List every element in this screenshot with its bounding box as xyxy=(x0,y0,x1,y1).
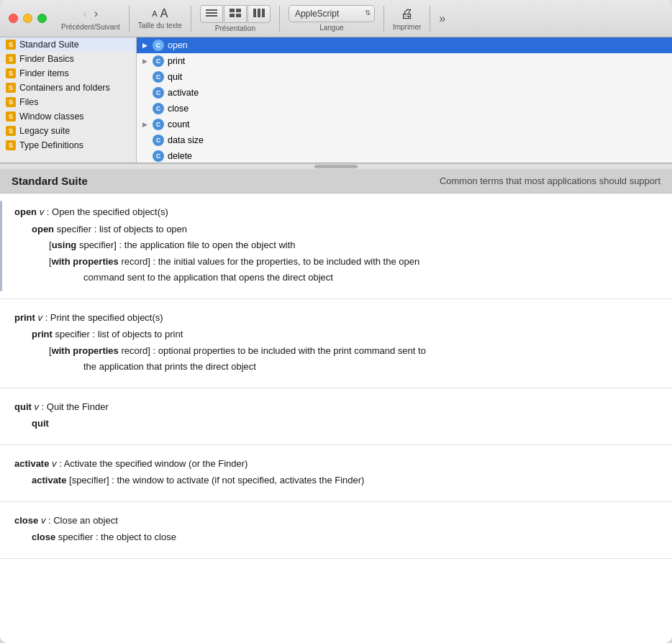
sidebar-item-type-definitions[interactable]: S Type Definitions xyxy=(0,138,136,152)
cmd-arrow-open: ▶ xyxy=(142,42,147,49)
top-pane: S Standard Suite S Finder Basics S Finde… xyxy=(0,37,672,163)
sidebar-label-finder-items: Finder items xyxy=(19,68,69,78)
top-section: S Standard Suite S Finder Basics S Finde… xyxy=(0,37,672,169)
print-group[interactable]: 🖨 Imprimer xyxy=(393,6,421,31)
sidebar: S Standard Suite S Finder Basics S Finde… xyxy=(0,37,137,163)
font-increase-button[interactable]: A xyxy=(160,7,168,20)
cmd-badge-delete: C xyxy=(153,150,164,162)
entry-open: open v : Open the specified object(s) op… xyxy=(0,193,672,299)
cmd-badge-print: C xyxy=(153,55,164,67)
maximize-button[interactable] xyxy=(37,14,47,23)
activate-headline: activate v : Activate the specified wind… xyxy=(14,457,658,471)
separator-2 xyxy=(191,6,191,32)
open-accent xyxy=(0,201,2,291)
font-decrease-button[interactable]: A xyxy=(152,9,157,18)
sidebar-badge-standard-suite: S xyxy=(6,40,16,50)
separator-1 xyxy=(129,6,130,32)
cmd-badge-open: C xyxy=(153,40,164,51)
sidebar-badge-files: S xyxy=(6,97,16,107)
cmd-arrow-print: ▶ xyxy=(142,58,147,65)
list-view-icon xyxy=(206,9,217,17)
scrollbar-thumb xyxy=(314,165,358,168)
pres-grid-button[interactable] xyxy=(224,5,247,23)
pres-list-button[interactable] xyxy=(200,5,223,23)
print-line-2: [with properties record] : optional prop… xyxy=(49,344,658,358)
svg-rect-8 xyxy=(258,9,260,17)
presentation-buttons xyxy=(200,5,271,23)
column-view-icon xyxy=(253,9,265,17)
print-line-1: print specifier : list of objects to pri… xyxy=(32,327,658,342)
close-line-1: close specifier : the object to close xyxy=(32,530,658,544)
command-quit[interactable]: ▶ C quit xyxy=(137,69,672,85)
pres-column-button[interactable] xyxy=(248,5,271,23)
cmd-label-count: count xyxy=(168,119,190,129)
finder-window: Finder ‹ › Précédent/Suivant A A Taille … xyxy=(0,0,672,643)
print-headline: print v : Print the specified object(s) xyxy=(14,311,658,325)
section-description: Common terms that most applications shou… xyxy=(440,175,660,186)
minimize-button[interactable] xyxy=(23,14,32,23)
sidebar-item-finder-basics[interactable]: S Finder Basics xyxy=(0,52,136,66)
sidebar-item-standard-suite[interactable]: S Standard Suite xyxy=(0,37,136,52)
entry-activate: activate v : Activate the specified wind… xyxy=(0,445,672,502)
prev-next-label: Précédent/Suivant xyxy=(61,23,120,31)
sidebar-label-standard-suite: Standard Suite xyxy=(19,40,79,50)
print-line-3: the application that prints the direct o… xyxy=(83,360,658,374)
section-header: Standard Suite Common terms that most ap… xyxy=(0,169,672,193)
sidebar-label-containers-folders: Containers and folders xyxy=(19,83,110,93)
prev-button[interactable]: ‹ xyxy=(81,6,90,22)
command-close[interactable]: ▶ C close xyxy=(137,101,672,117)
cmd-label-open: open xyxy=(168,40,188,50)
command-print[interactable]: ▶ C print xyxy=(137,53,672,69)
command-data-size[interactable]: ▶ C data size xyxy=(137,132,672,148)
language-label: Langue xyxy=(319,24,343,32)
open-kw: open xyxy=(14,206,37,217)
presentation-group: Présentation xyxy=(200,5,271,32)
svg-rect-9 xyxy=(262,9,265,17)
section-title: Standard Suite xyxy=(12,175,88,187)
font-size-group: A A Taille du texte xyxy=(138,7,182,29)
command-activate[interactable]: ▶ C activate xyxy=(137,85,672,101)
sidebar-label-legacy-suite: Legacy suite xyxy=(19,126,70,136)
close-button[interactable] xyxy=(9,14,18,23)
open-line-1: open specifier : list of objects to open xyxy=(32,222,658,237)
separator-5 xyxy=(430,6,430,32)
detail-content: open v : Open the specified object(s) op… xyxy=(0,193,672,643)
sidebar-badge-finder-items: S xyxy=(6,68,16,78)
grid-view-icon xyxy=(230,9,241,17)
separator-3 xyxy=(279,6,280,32)
quit-line-1: quit xyxy=(32,416,658,431)
sidebar-badge-window-classes: S xyxy=(6,111,16,122)
sidebar-item-finder-items[interactable]: S Finder items xyxy=(0,66,136,81)
cmd-badge-data-size: C xyxy=(153,134,164,146)
cmd-label-activate: activate xyxy=(168,88,199,98)
sidebar-item-containers-folders[interactable]: S Containers and folders xyxy=(0,81,136,95)
sidebar-badge-finder-basics: S xyxy=(6,54,16,64)
print-icon: 🖨 xyxy=(401,6,414,22)
svg-rect-7 xyxy=(253,9,256,17)
cmd-arrow-count: ▶ xyxy=(142,121,147,128)
command-delete[interactable]: ▶ C delete xyxy=(137,148,672,163)
font-size-buttons: A A xyxy=(152,7,168,20)
prev-next-group: ‹ › Précédent/Suivant xyxy=(61,6,120,31)
print-label: Imprimer xyxy=(393,23,421,31)
titlebar: Finder ‹ › Précédent/Suivant A A Taille … xyxy=(0,0,672,37)
sidebar-item-files[interactable]: S Files xyxy=(0,95,136,109)
sidebar-label-window-classes: Window classes xyxy=(19,111,84,122)
next-button[interactable]: › xyxy=(91,6,101,22)
open-headline-rest: v : Open the specified object(s) xyxy=(37,206,168,217)
traffic-lights xyxy=(9,14,47,23)
sidebar-label-files: Files xyxy=(19,97,38,107)
language-group: AppleScript Langue xyxy=(289,5,375,32)
language-select[interactable]: AppleScript xyxy=(289,5,375,22)
svg-rect-3 xyxy=(230,9,235,12)
svg-rect-4 xyxy=(236,9,241,12)
more-button[interactable]: » xyxy=(439,12,445,25)
command-count[interactable]: ▶ C count xyxy=(137,117,672,132)
commands-pane: ▶ C open ▶ C print ▶ C quit xyxy=(137,37,672,163)
sidebar-item-legacy-suite[interactable]: S Legacy suite xyxy=(0,124,136,138)
command-open[interactable]: ▶ C open xyxy=(137,37,672,53)
horizontal-scrollbar[interactable] xyxy=(0,163,672,169)
sidebar-badge-type-definitions: S xyxy=(6,140,16,150)
cmd-label-close: close xyxy=(168,104,189,114)
sidebar-item-window-classes[interactable]: S Window classes xyxy=(0,109,136,124)
